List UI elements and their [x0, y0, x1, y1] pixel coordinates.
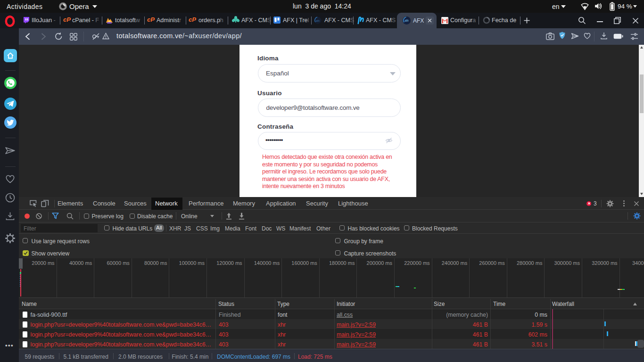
svg-text:afx: afx [316, 19, 320, 22]
svg-text:afx: afx [405, 19, 409, 22]
